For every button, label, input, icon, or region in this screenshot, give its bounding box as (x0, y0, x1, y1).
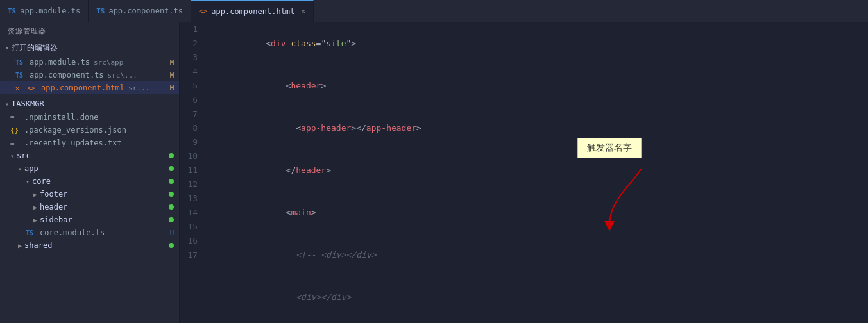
chevron-icon: ▾ (5, 101, 9, 108)
main-area: 资源管理器 ▾ 打开的编辑器 TS app.module.ts src\app … (0, 22, 868, 323)
chevron-icon: ▾ (26, 178, 30, 185)
modified-badge: M (170, 72, 174, 79)
file-recently-updates[interactable]: ≡ .recently_updates.txt (0, 137, 179, 149)
tab-bar: TS app.module.ts TS app.component.ts <> … (0, 0, 868, 22)
status-dot (169, 166, 174, 171)
status-dot (169, 179, 174, 184)
code-line-4: </header> (216, 149, 858, 192)
file-npminstall[interactable]: ≡ .npminstall.done (0, 111, 179, 124)
untracked-badge: U (170, 229, 174, 236)
code-line-8: <div></div> (216, 319, 858, 323)
tooltip-box: 触发器名字 (577, 138, 642, 158)
tab-app-module[interactable]: TS app.module.ts (0, 0, 89, 22)
open-editors-header[interactable]: ▾ 打开的编辑器 (0, 40, 179, 56)
tab-label: app.component.html (211, 7, 294, 16)
folder-name: app (24, 164, 38, 173)
file-name: .recently_updates.txt (24, 138, 122, 147)
txt-icon: ≡ (10, 113, 21, 122)
modified-badge: M (170, 85, 174, 92)
tab-close-button[interactable]: ✕ (301, 7, 305, 15)
code-line-6: <!-- <div></div> (216, 234, 858, 276)
line-numbers: 12345 678910 1112131415 1617 (180, 22, 205, 323)
tab-app-component-ts[interactable]: TS app.component.ts (89, 0, 191, 22)
modified-badge: M (170, 59, 174, 66)
ts-file-icon: TS (15, 72, 26, 79)
tab-app-component-html[interactable]: <> app.component.html ✕ (191, 0, 314, 22)
status-dot (169, 192, 174, 197)
folder-footer[interactable]: ▶ footer (0, 188, 179, 201)
code-line-7: <div></div> (216, 276, 858, 319)
file-package-versions[interactable]: {} .package_versions.json (0, 124, 179, 137)
file-name: app.component.ts (30, 70, 104, 79)
file-name: app.module.ts (30, 58, 90, 67)
chevron-icon: ▶ (33, 217, 37, 224)
file-item-app-component-html[interactable]: ✕ <> app.component.html sr... M (0, 81, 179, 94)
folder-shared[interactable]: ▶ shared (0, 239, 179, 252)
code-line-1: <div class="site"> (216, 22, 858, 65)
sidebar: 资源管理器 ▾ 打开的编辑器 TS app.module.ts src\app … (0, 22, 180, 323)
file-item-app-component-ts[interactable]: TS app.component.ts src\... M (0, 69, 179, 81)
ts-file-icon: TS (15, 59, 26, 66)
file-path: sr... (128, 84, 149, 92)
file-name: app.component.html (41, 83, 124, 92)
chevron-icon: ▾ (18, 165, 22, 172)
code-line-3: <app-header></app-header> (216, 107, 858, 149)
folder-name: src (17, 151, 31, 160)
ts-icon: TS (96, 7, 105, 15)
folder-src[interactable]: ▾ src (0, 149, 179, 162)
chevron-icon: ▾ (10, 153, 14, 160)
tab-label: app.component.ts (108, 6, 183, 15)
status-dot (169, 217, 174, 222)
chevron-icon: ▶ (33, 204, 37, 211)
txt-icon: ≡ (10, 139, 21, 147)
file-core-module[interactable]: TS core.module.ts U (0, 226, 179, 239)
open-editors-label: 打开的编辑器 (12, 42, 58, 53)
taskmgr-label: TASKMGR (12, 99, 44, 108)
folder-name: core (32, 177, 51, 186)
folder-name: shared (24, 241, 52, 250)
file-item-app-module[interactable]: TS app.module.ts src\app M (0, 56, 179, 69)
file-name: .npminstall.done (24, 113, 99, 122)
ts-icon: TS (8, 7, 16, 15)
folder-core[interactable]: ▾ core (0, 175, 179, 188)
folder-app[interactable]: ▾ app (0, 162, 179, 175)
folder-sidebar[interactable]: ▶ sidebar (0, 213, 179, 226)
status-dot (169, 243, 174, 248)
folder-header[interactable]: ▶ header (0, 201, 179, 213)
close-file-icon: ✕ (15, 85, 23, 92)
editor-content: 12345 678910 1112131415 1617 <div class=… (180, 22, 868, 323)
chevron-icon: ▶ (18, 242, 22, 249)
chevron-icon: ▾ (5, 44, 9, 51)
status-dot (169, 204, 174, 210)
tab-label: app.module.ts (20, 6, 80, 15)
file-name: .package_versions.json (24, 126, 126, 135)
folder-name: header (40, 203, 67, 211)
taskmgr-header[interactable]: ▾ TASKMGR (0, 97, 179, 111)
file-path: src\... (108, 71, 137, 79)
folder-name: sidebar (40, 215, 72, 224)
html-file-icon: <> (27, 84, 37, 92)
folder-name: footer (40, 190, 67, 199)
chevron-icon: ▶ (33, 191, 37, 198)
file-name: core.module.ts (40, 228, 105, 237)
status-dot (169, 153, 174, 158)
sidebar-title: 资源管理器 (0, 22, 179, 40)
html-icon: <> (199, 7, 207, 15)
json-icon: {} (10, 126, 21, 135)
file-path: src\app (94, 58, 123, 67)
tooltip-text: 触发器名字 (587, 142, 632, 153)
code-area: <div class="site"> <header> <app-header>… (205, 22, 868, 323)
code-line-5: <main> (216, 192, 858, 234)
editor[interactable]: 12345 678910 1112131415 1617 <div class=… (180, 22, 868, 323)
ts-icon: TS (26, 229, 36, 236)
code-line-2: <header> (216, 65, 858, 107)
